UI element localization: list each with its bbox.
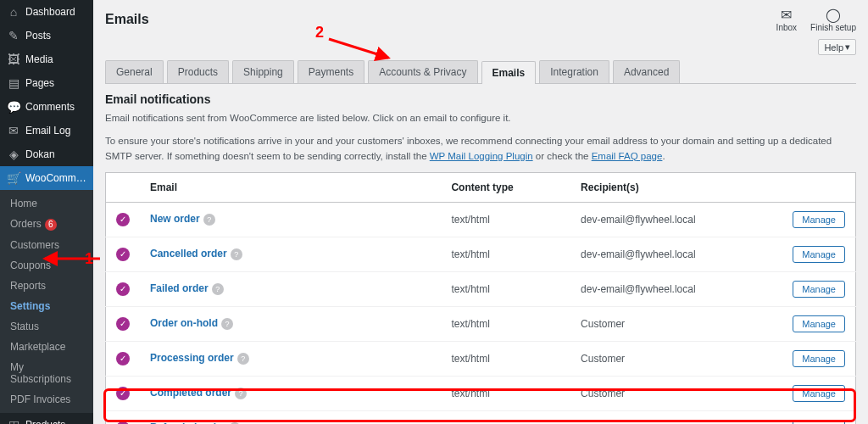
- sidebar-item-posts[interactable]: ✎Posts: [0, 24, 93, 47]
- topbar: Emails ✉Inbox ◯Finish setup: [93, 0, 868, 39]
- status-enabled-icon: ✓: [116, 213, 130, 226]
- status-enabled-icon: ✓: [116, 387, 130, 400]
- help-dropdown[interactable]: Help▾: [818, 39, 856, 55]
- submenu-settings[interactable]: Settings: [0, 296, 93, 316]
- help-tip-icon[interactable]: ?: [235, 388, 247, 399]
- content-type: text/html: [441, 376, 570, 410]
- table-row: ✓Completed order?text/htmlCustomerManage: [106, 376, 856, 410]
- content-type: text/html: [441, 271, 570, 306]
- submenu-home[interactable]: Home: [0, 193, 93, 214]
- help-tip-icon[interactable]: ?: [212, 283, 224, 295]
- recipients: dev-email@flywheel.local: [570, 202, 782, 237]
- main-panel: Emails ✉Inbox ◯Finish setup Help▾ Genera…: [93, 0, 868, 424]
- submenu-pdf-invoices[interactable]: PDF Invoices: [0, 389, 93, 410]
- tab-advanced[interactable]: Advanced: [613, 60, 680, 83]
- email-notifications-table: Email Content type Recipient(s) ✓New ord…: [105, 172, 856, 424]
- status-enabled-icon: ✓: [116, 282, 130, 296]
- wp-mail-logging-link[interactable]: WP Mail Logging Plugin: [430, 151, 533, 161]
- table-row: ✓New order?text/htmldev-email@flywheel.l…: [106, 202, 856, 237]
- tab-products[interactable]: Products: [167, 60, 229, 83]
- help-tip-icon[interactable]: ?: [237, 353, 249, 365]
- submenu-marketplace[interactable]: Marketplace: [0, 337, 93, 357]
- col-recipients: Recipient(s): [570, 172, 782, 202]
- submenu-coupons[interactable]: Coupons: [0, 255, 93, 276]
- sidebar-item-media[interactable]: 🖾Media: [0, 47, 93, 71]
- col-status: [106, 172, 141, 202]
- page-title: Emails: [105, 12, 149, 27]
- tab-payments[interactable]: Payments: [298, 60, 364, 83]
- recipients: Customer: [570, 341, 782, 376]
- help-tip-icon[interactable]: ?: [231, 248, 242, 260]
- section-desc-1: Email notifications sent from WooCommerc…: [105, 111, 856, 126]
- progress-icon: ◯: [810, 7, 856, 23]
- sidebar-submenu: HomeOrders6CustomersCouponsReportsSettin…: [0, 190, 93, 413]
- comments-icon: 💬: [7, 100, 20, 114]
- help-tip-icon[interactable]: ?: [203, 214, 215, 226]
- settings-tabs: GeneralProductsShippingPaymentsAccounts …: [93, 60, 868, 83]
- tab-general[interactable]: General: [105, 60, 164, 83]
- recipients: Customer: [570, 410, 782, 424]
- email-link[interactable]: Completed order: [150, 387, 231, 399]
- sidebar-item-comments[interactable]: 💬Comments: [0, 95, 93, 119]
- pages-icon: ▤: [7, 76, 20, 90]
- recipients: Customer: [570, 376, 782, 410]
- sidebar-item-woocommerce[interactable]: 🛒WooCommerce: [0, 166, 93, 190]
- submenu-status[interactable]: Status: [0, 316, 93, 337]
- sidebar-item-dashboard[interactable]: ⌂Dashboard: [0, 0, 93, 24]
- products-icon: ◫: [7, 418, 20, 425]
- inbox-button[interactable]: ✉Inbox: [776, 7, 797, 32]
- manage-button[interactable]: Manage: [793, 211, 845, 228]
- recipients: dev-email@flywheel.local: [570, 271, 782, 306]
- manage-button[interactable]: Manage: [793, 385, 845, 402]
- table-row: ✓Order on-hold?text/htmlCustomerManage: [106, 306, 856, 341]
- sidebar-item-dokan[interactable]: ◈Dokan: [0, 142, 93, 166]
- submenu-my-subscriptions[interactable]: My Subscriptions: [0, 357, 93, 389]
- email-link[interactable]: Order on-hold: [150, 317, 218, 329]
- status-enabled-icon: ✓: [116, 248, 130, 261]
- sidebar-item-pages[interactable]: ▤Pages: [0, 71, 93, 95]
- tab-emails[interactable]: Emails: [481, 61, 537, 84]
- content-type: text/html: [441, 341, 570, 376]
- manage-button[interactable]: Manage: [793, 246, 845, 263]
- content-type: text/html: [441, 202, 570, 237]
- content-type: text/html: [441, 306, 570, 341]
- finish-setup-button[interactable]: ◯Finish setup: [810, 7, 856, 32]
- email-link[interactable]: Processing order: [150, 352, 234, 364]
- sidebar-item-email-log[interactable]: ✉Email Log: [0, 119, 93, 142]
- content-area: Email notifications Email notifications …: [93, 84, 868, 424]
- help-tip-icon[interactable]: ?: [221, 318, 233, 330]
- manage-button[interactable]: Manage: [793, 315, 845, 332]
- col-manage: [782, 172, 855, 202]
- posts-icon: ✎: [7, 29, 20, 42]
- status-enabled-icon: ✓: [116, 317, 130, 331]
- submenu-reports[interactable]: Reports: [0, 276, 93, 296]
- media-icon: 🖾: [7, 53, 20, 66]
- content-type: text/html: [441, 410, 570, 424]
- manage-button[interactable]: Manage: [793, 281, 845, 298]
- tab-integration[interactable]: Integration: [539, 60, 609, 83]
- tab-shipping[interactable]: Shipping: [232, 60, 294, 83]
- email-link[interactable]: Failed order: [150, 282, 209, 294]
- submenu-customers[interactable]: Customers: [0, 235, 93, 255]
- table-row: ✓Cancelled order?text/htmldev-email@flyw…: [106, 237, 856, 271]
- recipients: Customer: [570, 306, 782, 341]
- table-row: ✓Refunded order?text/htmlCustomerManage: [106, 410, 856, 424]
- email-log-icon: ✉: [7, 124, 20, 137]
- email-link[interactable]: Cancelled order: [150, 248, 227, 259]
- chevron-down-icon: ▾: [845, 42, 850, 53]
- tab-accounts-privacy[interactable]: Accounts & Privacy: [368, 60, 477, 83]
- recipients: dev-email@flywheel.local: [570, 237, 782, 271]
- col-email: Email: [140, 172, 441, 202]
- col-content: Content type: [441, 172, 570, 202]
- dashboard-icon: ⌂: [7, 5, 20, 19]
- woocommerce-icon: 🛒: [7, 171, 20, 185]
- admin-sidebar: ⌂Dashboard✎Posts🖾Media▤Pages💬Comments✉Em…: [0, 0, 93, 424]
- email-link[interactable]: New order: [150, 213, 200, 225]
- section-heading: Email notifications: [105, 92, 856, 106]
- inbox-icon: ✉: [776, 7, 797, 23]
- email-faq-link[interactable]: Email FAQ page: [592, 151, 663, 161]
- manage-button[interactable]: Manage: [793, 350, 845, 367]
- sidebar-item-products[interactable]: ◫Products: [0, 413, 93, 425]
- submenu-orders[interactable]: Orders6: [0, 214, 93, 235]
- manage-button[interactable]: Manage: [793, 420, 845, 424]
